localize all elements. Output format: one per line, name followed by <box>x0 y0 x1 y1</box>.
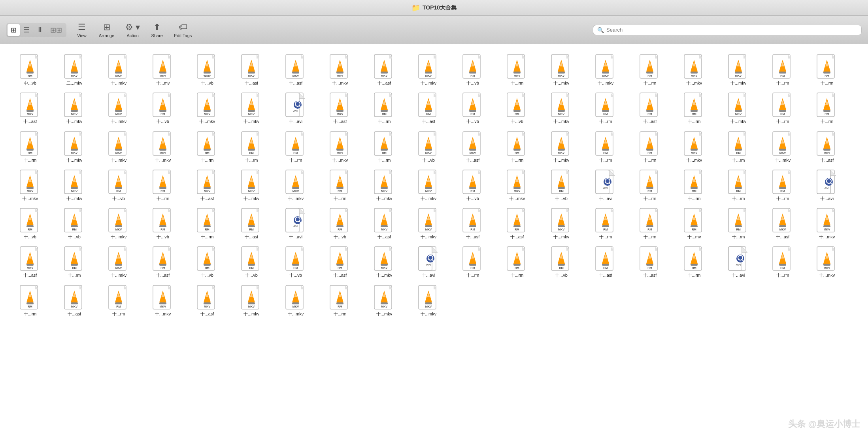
file-item[interactable]: MKV 十...mkv <box>539 89 583 127</box>
file-item[interactable]: MKV 十...mkv <box>406 166 451 204</box>
file-item[interactable]: MKV 十...asf <box>185 281 229 320</box>
list-view-btn[interactable]: ☰ <box>20 24 33 36</box>
view-mode-group[interactable]: ⊞ ☰ ⏸ ⊞⊞ <box>6 23 66 37</box>
file-item[interactable]: MKV 十...mkv <box>52 166 96 204</box>
file-item[interactable]: RM 十...vb <box>495 89 539 127</box>
view-button[interactable]: ☰ View <box>72 20 92 40</box>
file-item[interactable]: MKV 十...mkv <box>539 204 583 243</box>
file-item[interactable]: MKV 十...asf <box>8 89 52 127</box>
file-item[interactable]: MKV 十...asf <box>451 128 495 166</box>
file-item[interactable]: RM 十...vb <box>52 204 96 243</box>
file-item[interactable]: MKV 十...mkv <box>805 243 849 281</box>
file-item[interactable]: RM 十...rm <box>318 166 362 204</box>
file-item[interactable]: RM 十...rm <box>141 166 185 204</box>
file-item[interactable]: MKV 十...mkv <box>362 166 406 204</box>
file-item[interactable]: RM 十...rm <box>672 89 716 127</box>
file-item[interactable]: MKV 十...mkv <box>96 51 141 89</box>
file-item[interactable]: RM 十...asf <box>406 89 451 127</box>
file-item[interactable]: AVI 十...avi <box>274 204 318 243</box>
file-item[interactable]: MKV 十...mkv <box>318 51 362 89</box>
file-item[interactable]: RM 十...rm <box>96 281 141 320</box>
file-item[interactable]: RM 十...vb <box>96 166 141 204</box>
file-item[interactable]: RM 十...rm <box>628 166 672 204</box>
file-item[interactable]: MKV 十...mkv <box>583 51 628 89</box>
file-item[interactable]: MKV 十...mkv <box>406 51 451 89</box>
file-item[interactable]: RM 十...rm <box>185 204 229 243</box>
file-item[interactable]: AVI 十...avi <box>406 243 451 281</box>
file-item[interactable]: MKV 十...mkv <box>229 89 274 127</box>
file-item[interactable]: RM 十...mv <box>672 204 716 243</box>
file-item[interactable]: RM 十...rm <box>318 281 362 320</box>
file-item[interactable]: RM 十...vb <box>451 89 495 127</box>
file-item[interactable]: RM 十...rm <box>583 89 628 127</box>
file-item[interactable]: MKV 十...mkv <box>8 166 52 204</box>
edit-tags-button[interactable]: 🏷 Edit Tags <box>170 20 196 40</box>
file-item[interactable]: MKV 十...mkv <box>406 281 451 320</box>
file-item[interactable]: MKV 十...asf <box>52 281 96 320</box>
file-item[interactable]: MKV 十...rm <box>495 51 539 89</box>
file-item[interactable]: MKV 十...asf <box>760 204 805 243</box>
file-item[interactable]: RM 十...rm <box>495 128 539 166</box>
file-item[interactable]: RM 十...asf <box>628 89 672 127</box>
file-item[interactable]: RM 十...rm <box>495 243 539 281</box>
file-item[interactable]: MKV 十...mkv <box>96 128 141 166</box>
file-item[interactable]: RM 十...rm <box>805 89 849 127</box>
file-item[interactable]: RM 十...rm <box>672 243 716 281</box>
file-item[interactable]: RM 十...rm <box>185 128 229 166</box>
file-item[interactable]: AVI 十...avi <box>716 243 760 281</box>
file-item[interactable]: MKV 十...mkv <box>229 166 274 204</box>
file-item[interactable]: RM 十...vb <box>274 243 318 281</box>
file-item[interactable]: RM 十...rm <box>760 51 805 89</box>
file-item[interactable]: MKV 十...mkv <box>274 166 318 204</box>
file-item[interactable]: MKV 十...mkv <box>141 128 185 166</box>
file-item[interactable]: MKV 十...mkv <box>716 89 760 127</box>
file-item[interactable]: MKV 十...mkv <box>141 281 185 320</box>
file-item[interactable]: MKV 十...mkv <box>495 166 539 204</box>
file-item[interactable]: RM 十...rm <box>52 243 96 281</box>
file-item[interactable]: RM 十...asf <box>451 204 495 243</box>
file-item[interactable]: RM 十...rm <box>760 166 805 204</box>
search-input[interactable] <box>606 27 857 33</box>
file-item[interactable]: MKV 十...mkv <box>362 281 406 320</box>
file-item[interactable]: MKV 二...mkv <box>52 51 96 89</box>
file-item[interactable]: AVI 十...avi <box>274 89 318 127</box>
file-item[interactable]: RM 十...rm <box>760 89 805 127</box>
file-item[interactable]: AVI 十...avi <box>805 166 849 204</box>
file-item[interactable]: RM 十...rm <box>628 204 672 243</box>
file-item[interactable]: RM 十...vb <box>451 166 495 204</box>
file-item[interactable]: MKV 十...mkv <box>406 204 451 243</box>
share-button[interactable]: ⬆ Share <box>147 20 167 40</box>
file-item[interactable]: RM 中...vb <box>8 51 52 89</box>
file-item[interactable]: MKV 十...mkv <box>185 89 229 127</box>
file-item[interactable]: MKV 十...mkv <box>229 281 274 320</box>
file-item[interactable]: MKV 十...mkv <box>716 51 760 89</box>
file-item[interactable]: RM 十...rm <box>805 51 849 89</box>
file-item[interactable]: MKV 十...mkv <box>362 243 406 281</box>
file-item[interactable]: MKV 十...mkv <box>539 128 583 166</box>
file-item[interactable]: MKV 十...mkv <box>760 128 805 166</box>
file-item[interactable]: MKV 十...mkv <box>96 89 141 127</box>
file-item[interactable]: MKV 十...mv <box>141 51 185 89</box>
file-item[interactable]: MKV 十...mkv <box>318 128 362 166</box>
file-item[interactable]: RM 十...rm <box>583 204 628 243</box>
file-item[interactable]: MKV 十...mkv <box>539 51 583 89</box>
file-item[interactable]: RM 十...vb <box>539 166 583 204</box>
file-item[interactable]: RM 十...vb <box>185 243 229 281</box>
file-item[interactable]: RM 十...rm <box>716 204 760 243</box>
file-item[interactable]: MKV 十...mkv <box>96 243 141 281</box>
file-item[interactable]: RM 十...rm <box>8 128 52 166</box>
file-item[interactable]: RM 十...rm <box>362 128 406 166</box>
file-item[interactable]: WMV 十...vb <box>185 51 229 89</box>
file-item[interactable]: RM 十...rm <box>716 128 760 166</box>
file-item[interactable]: MKV 十...asf <box>362 51 406 89</box>
file-item[interactable]: RM 十...vb <box>229 243 274 281</box>
file-item[interactable]: MKV 十...asf <box>185 166 229 204</box>
file-item[interactable]: RM 十...asf <box>583 243 628 281</box>
file-item[interactable]: MKV 十...mkv <box>672 128 716 166</box>
file-item[interactable]: RM 十...rm <box>362 89 406 127</box>
file-item[interactable]: MKV 十...asf <box>229 51 274 89</box>
arrange-button[interactable]: ⊞ Arrange <box>95 20 118 40</box>
file-item[interactable]: RM 十...rm <box>583 128 628 166</box>
file-item[interactable]: RM 十...asf <box>141 243 185 281</box>
file-item[interactable]: RM 十...rm <box>229 128 274 166</box>
